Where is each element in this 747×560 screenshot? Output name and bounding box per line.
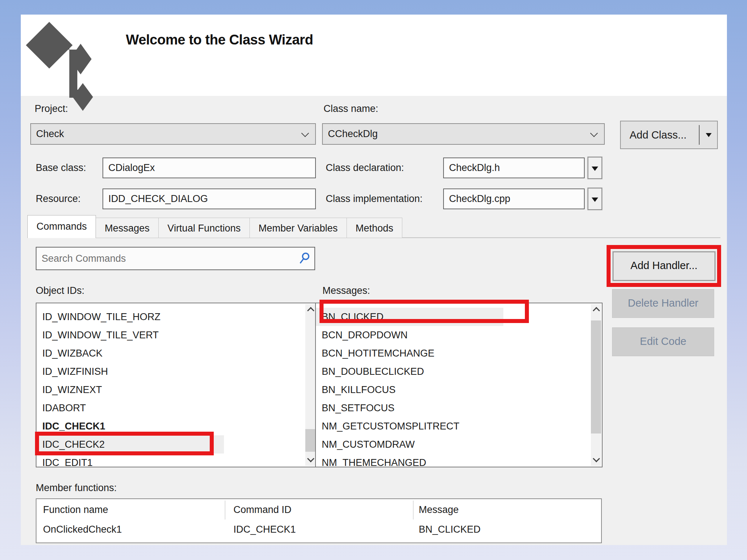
tab-messages[interactable]: Messages <box>96 218 159 238</box>
column-divider <box>413 501 414 520</box>
tab-methods[interactable]: Methods <box>347 218 403 238</box>
list-item[interactable]: IDABORT <box>36 399 316 417</box>
list-item[interactable]: BN_KILLFOCUS <box>316 381 602 399</box>
member-functions-table[interactable]: Function nameCommand IDMessageOnClickedC… <box>36 498 602 543</box>
scroll-down-arrow-icon[interactable] <box>591 454 601 466</box>
resource-value: IDD_CHECK_DIALOG <box>108 193 208 204</box>
chevron-down-icon <box>301 129 309 137</box>
list-item[interactable]: ID_WIZFINISH <box>36 362 316 381</box>
class-wizard-dialog: Welcome to the Class Wizard Project: Che… <box>21 15 727 545</box>
list-item[interactable]: IDC_CHECK2 <box>36 435 316 454</box>
search-box[interactable] <box>36 247 315 270</box>
list-item[interactable]: IDC_EDIT1 <box>36 454 316 467</box>
class-wizard-icon <box>25 20 98 114</box>
object-ids-scrollbar[interactable] <box>305 304 316 466</box>
class-name-label: Class name: <box>324 103 378 114</box>
list-item[interactable]: IDC_CHECK1 <box>36 417 316 435</box>
list-item[interactable]: NM_CUSTOMDRAW <box>316 435 602 454</box>
table-header-cell[interactable]: Message <box>419 504 459 516</box>
list-item[interactable]: BN_CLICKED <box>316 308 602 326</box>
scrollbar-thumb[interactable] <box>591 320 601 433</box>
member-functions-label: Member functions: <box>36 482 117 494</box>
table-row-cell[interactable]: BN_CLICKED <box>419 524 481 535</box>
class-declaration-dropdown-button[interactable] <box>588 157 602 179</box>
class-declaration-field[interactable]: CheckDlg.h <box>443 158 585 178</box>
list-item[interactable]: BCN_DROPDOWN <box>316 326 602 344</box>
base-class-value: CDialogEx <box>108 162 155 173</box>
dialog-header: Welcome to the Class Wizard <box>21 15 727 96</box>
chevron-down-icon <box>590 129 598 137</box>
project-combobox[interactable]: Check <box>30 123 316 145</box>
dropdown-arrow-icon <box>592 166 598 171</box>
base-class-label: Base class: <box>36 162 86 174</box>
class-name-combobox[interactable]: CCheckDlg <box>322 123 605 145</box>
delete-handler-button: Delete Handler <box>612 289 714 318</box>
class-declaration-value: CheckDlg.h <box>449 162 500 173</box>
class-implementation-dropdown-button[interactable] <box>588 188 602 210</box>
tab-virtual-functions[interactable]: Virtual Functions <box>158 218 250 238</box>
list-item[interactable]: ID_WIZNEXT <box>36 381 316 399</box>
object-ids-label: Object IDs: <box>36 285 85 296</box>
resource-field[interactable]: IDD_CHECK_DIALOG <box>102 188 316 209</box>
list-item[interactable]: ID_WIZBACK <box>36 344 316 362</box>
class-declaration-label: Class declaration: <box>326 162 404 174</box>
class-implementation-label: Class implementation: <box>326 193 423 205</box>
dropdown-arrow-icon <box>592 197 598 202</box>
list-item[interactable]: NM_THEMECHANGED <box>316 454 602 467</box>
class-implementation-value: CheckDlg.cpp <box>449 193 510 204</box>
search-icon[interactable] <box>298 252 311 266</box>
class-implementation-field[interactable]: CheckDlg.cpp <box>443 188 585 209</box>
scroll-up-arrow-icon[interactable] <box>591 304 601 316</box>
class-name-value: CCheckDlg <box>328 128 378 139</box>
list-item[interactable]: BN_DOUBLECLICKED <box>316 362 602 381</box>
table-row-cell[interactable]: IDC_CHECK1 <box>233 524 296 535</box>
resource-label: Resource: <box>36 193 81 205</box>
list-item[interactable]: NM_GETCUSTOMSPLITRECT <box>316 417 602 435</box>
dialog-title: Welcome to the Class Wizard <box>126 32 313 48</box>
dropdown-arrow-icon[interactable] <box>706 133 712 137</box>
tab-commands[interactable]: Commands <box>27 215 96 238</box>
base-class-field[interactable]: CDialogEx <box>102 158 316 178</box>
messages-label: Messages: <box>322 285 370 296</box>
scroll-down-arrow-icon[interactable] <box>305 454 316 466</box>
object-ids-listbox[interactable]: ID_WINDOW_TILE_HORZID_WINDOW_TILE_VERTID… <box>36 303 317 467</box>
list-item[interactable]: ID_WINDOW_TILE_HORZ <box>36 308 316 326</box>
column-divider <box>225 501 225 520</box>
add-handler-button[interactable]: Add Handler... <box>613 252 715 281</box>
messages-listbox[interactable]: BN_CLICKEDBCN_DROPDOWNBCN_HOTITEMCHANGEB… <box>315 303 603 467</box>
table-header-cell[interactable]: Function name <box>43 504 108 516</box>
table-header-cell[interactable]: Command ID <box>233 504 291 516</box>
tabstrip: CommandsMessagesVirtual FunctionsMember … <box>27 215 402 238</box>
add-class-button[interactable]: Add Class... <box>620 121 718 149</box>
project-label: Project: <box>35 103 68 114</box>
tab-member-variables[interactable]: Member Variables <box>249 218 347 238</box>
add-class-label: Add Class... <box>630 121 686 148</box>
messages-scrollbar[interactable] <box>591 304 601 466</box>
scrollbar-thumb[interactable] <box>305 429 316 452</box>
project-value: Check <box>36 128 64 139</box>
search-input[interactable] <box>41 249 290 268</box>
split-button-separator <box>699 125 700 145</box>
list-item[interactable]: BCN_HOTITEMCHANGE <box>316 344 602 362</box>
list-item[interactable]: ID_WINDOW_TILE_VERT <box>36 326 316 344</box>
table-row-cell[interactable]: OnClickedCheck1 <box>43 524 122 535</box>
edit-code-button: Edit Code <box>612 327 714 356</box>
list-item[interactable]: BN_SETFOCUS <box>316 399 602 417</box>
scroll-up-arrow-icon[interactable] <box>305 304 316 316</box>
